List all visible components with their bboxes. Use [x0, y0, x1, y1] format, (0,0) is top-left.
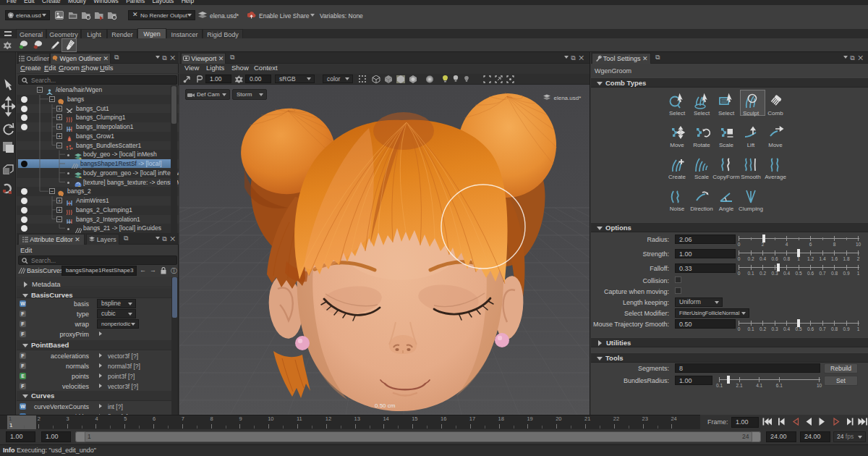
svg-text:0.50 cm: 0.50 cm [375, 402, 396, 409]
